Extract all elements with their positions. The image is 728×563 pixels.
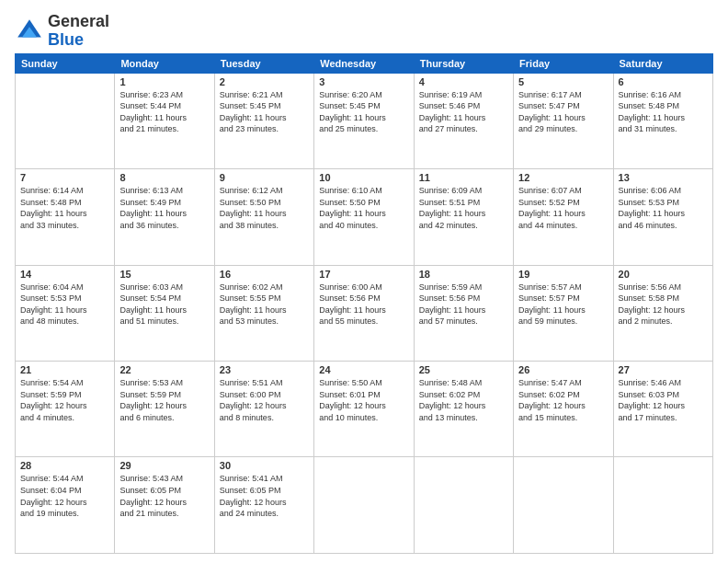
day-info: Sunrise: 6:04 AM Sunset: 5:53 PM Dayligh… bbox=[20, 282, 109, 327]
day-number: 20 bbox=[619, 269, 708, 280]
calendar-cell: 16Sunrise: 6:02 AM Sunset: 5:55 PM Dayli… bbox=[214, 265, 313, 361]
logo-icon bbox=[15, 17, 44, 46]
day-info: Sunrise: 6:09 AM Sunset: 5:51 PM Dayligh… bbox=[419, 185, 508, 231]
day-header-monday: Monday bbox=[115, 53, 214, 73]
day-number: 10 bbox=[319, 172, 408, 183]
calendar-cell: 18Sunrise: 5:59 AM Sunset: 5:56 PM Dayli… bbox=[414, 265, 513, 361]
day-info: Sunrise: 6:02 AM Sunset: 5:55 PM Dayligh… bbox=[220, 282, 309, 327]
day-info: Sunrise: 5:53 AM Sunset: 5:59 PM Dayligh… bbox=[119, 377, 209, 423]
day-header-sunday: Sunday bbox=[16, 53, 115, 73]
day-info: Sunrise: 5:46 AM Sunset: 6:03 PM Dayligh… bbox=[619, 377, 708, 423]
day-number: 14 bbox=[20, 269, 109, 280]
calendar-cell: 5Sunrise: 6:17 AM Sunset: 5:47 PM Daylig… bbox=[514, 73, 613, 168]
day-info: Sunrise: 5:50 AM Sunset: 6:01 PM Dayligh… bbox=[319, 377, 408, 423]
calendar-cell: 19Sunrise: 5:57 AM Sunset: 5:57 PM Dayli… bbox=[514, 265, 613, 361]
day-info: Sunrise: 5:56 AM Sunset: 5:58 PM Dayligh… bbox=[619, 282, 708, 327]
day-info: Sunrise: 6:03 AM Sunset: 5:54 PM Dayligh… bbox=[119, 282, 209, 327]
calendar-cell: 11Sunrise: 6:09 AM Sunset: 5:51 PM Dayli… bbox=[414, 169, 513, 265]
day-info: Sunrise: 6:12 AM Sunset: 5:50 PM Dayligh… bbox=[220, 185, 309, 231]
day-number: 24 bbox=[319, 364, 408, 375]
calendar-cell: 14Sunrise: 6:04 AM Sunset: 5:53 PM Dayli… bbox=[16, 265, 115, 361]
day-number: 30 bbox=[220, 460, 309, 471]
calendar-cell: 29Sunrise: 5:43 AM Sunset: 6:05 PM Dayli… bbox=[115, 457, 214, 554]
calendar-cell: 26Sunrise: 5:47 AM Sunset: 6:02 PM Dayli… bbox=[514, 362, 613, 457]
day-info: Sunrise: 6:06 AM Sunset: 5:53 PM Dayligh… bbox=[619, 185, 708, 231]
day-number: 23 bbox=[220, 364, 309, 375]
day-info: Sunrise: 6:07 AM Sunset: 5:52 PM Dayligh… bbox=[518, 185, 608, 231]
calendar-cell: 23Sunrise: 5:51 AM Sunset: 6:00 PM Dayli… bbox=[214, 362, 313, 457]
calendar-cell: 15Sunrise: 6:03 AM Sunset: 5:54 PM Dayli… bbox=[115, 265, 214, 361]
day-number: 13 bbox=[619, 172, 708, 183]
day-number: 5 bbox=[518, 76, 608, 87]
day-number: 8 bbox=[119, 172, 209, 183]
calendar-cell: 20Sunrise: 5:56 AM Sunset: 5:58 PM Dayli… bbox=[613, 265, 712, 361]
day-number: 25 bbox=[419, 364, 508, 375]
day-info: Sunrise: 6:16 AM Sunset: 5:48 PM Dayligh… bbox=[619, 89, 708, 135]
day-header-friday: Friday bbox=[514, 53, 613, 73]
day-number: 1 bbox=[119, 76, 209, 87]
calendar-cell bbox=[16, 73, 115, 168]
calendar: SundayMondayTuesdayWednesdayThursdayFrid… bbox=[15, 53, 713, 554]
calendar-cell: 17Sunrise: 6:00 AM Sunset: 5:56 PM Dayli… bbox=[314, 265, 414, 361]
day-number: 2 bbox=[220, 76, 309, 87]
day-number: 3 bbox=[319, 76, 408, 87]
calendar-week-5: 28Sunrise: 5:44 AM Sunset: 6:04 PM Dayli… bbox=[16, 457, 713, 554]
calendar-cell: 6Sunrise: 6:16 AM Sunset: 5:48 PM Daylig… bbox=[613, 73, 712, 168]
day-info: Sunrise: 5:43 AM Sunset: 6:05 PM Dayligh… bbox=[119, 473, 209, 519]
day-info: Sunrise: 5:48 AM Sunset: 6:02 PM Dayligh… bbox=[419, 377, 508, 423]
calendar-cell bbox=[414, 457, 513, 554]
calendar-cell: 7Sunrise: 6:14 AM Sunset: 5:48 PM Daylig… bbox=[16, 169, 115, 265]
calendar-cell: 10Sunrise: 6:10 AM Sunset: 5:50 PM Dayli… bbox=[314, 169, 414, 265]
day-number: 12 bbox=[518, 172, 608, 183]
calendar-cell bbox=[514, 457, 613, 554]
day-info: Sunrise: 6:21 AM Sunset: 5:45 PM Dayligh… bbox=[220, 89, 309, 135]
calendar-cell: 24Sunrise: 5:50 AM Sunset: 6:01 PM Dayli… bbox=[314, 362, 414, 457]
logo-general: General bbox=[48, 12, 109, 30]
day-info: Sunrise: 6:17 AM Sunset: 5:47 PM Dayligh… bbox=[518, 89, 608, 135]
calendar-cell: 27Sunrise: 5:46 AM Sunset: 6:03 PM Dayli… bbox=[613, 362, 712, 457]
day-number: 29 bbox=[119, 460, 209, 471]
calendar-cell bbox=[613, 457, 712, 554]
day-number: 15 bbox=[119, 269, 209, 280]
calendar-cell: 13Sunrise: 6:06 AM Sunset: 5:53 PM Dayli… bbox=[613, 169, 712, 265]
calendar-week-1: 1Sunrise: 6:23 AM Sunset: 5:44 PM Daylig… bbox=[16, 73, 713, 168]
calendar-cell: 9Sunrise: 6:12 AM Sunset: 5:50 PM Daylig… bbox=[214, 169, 313, 265]
day-number: 11 bbox=[419, 172, 508, 183]
logo-blue: Blue bbox=[48, 30, 84, 49]
calendar-cell: 1Sunrise: 6:23 AM Sunset: 5:44 PM Daylig… bbox=[115, 73, 214, 168]
calendar-cell bbox=[314, 457, 414, 554]
day-info: Sunrise: 5:44 AM Sunset: 6:04 PM Dayligh… bbox=[20, 473, 109, 519]
day-number: 7 bbox=[20, 172, 109, 183]
calendar-cell: 4Sunrise: 6:19 AM Sunset: 5:46 PM Daylig… bbox=[414, 73, 513, 168]
day-number: 18 bbox=[419, 269, 508, 280]
day-number: 28 bbox=[20, 460, 109, 471]
day-info: Sunrise: 5:47 AM Sunset: 6:02 PM Dayligh… bbox=[518, 377, 608, 423]
calendar-cell: 25Sunrise: 5:48 AM Sunset: 6:02 PM Dayli… bbox=[414, 362, 513, 457]
day-header-thursday: Thursday bbox=[414, 53, 513, 73]
day-header-saturday: Saturday bbox=[613, 53, 712, 73]
calendar-cell: 3Sunrise: 6:20 AM Sunset: 5:45 PM Daylig… bbox=[314, 73, 414, 168]
logo: General Blue bbox=[15, 13, 109, 50]
day-info: Sunrise: 5:41 AM Sunset: 6:05 PM Dayligh… bbox=[220, 473, 309, 519]
day-info: Sunrise: 5:57 AM Sunset: 5:57 PM Dayligh… bbox=[518, 282, 608, 327]
calendar-cell: 8Sunrise: 6:13 AM Sunset: 5:49 PM Daylig… bbox=[115, 169, 214, 265]
logo-text: General Blue bbox=[48, 13, 109, 50]
calendar-cell: 30Sunrise: 5:41 AM Sunset: 6:05 PM Dayli… bbox=[214, 457, 313, 554]
day-header-wednesday: Wednesday bbox=[314, 53, 414, 73]
day-info: Sunrise: 6:00 AM Sunset: 5:56 PM Dayligh… bbox=[319, 282, 408, 327]
calendar-cell: 21Sunrise: 5:54 AM Sunset: 5:59 PM Dayli… bbox=[16, 362, 115, 457]
day-number: 16 bbox=[220, 269, 309, 280]
day-number: 21 bbox=[20, 364, 109, 375]
day-number: 26 bbox=[518, 364, 608, 375]
calendar-cell: 28Sunrise: 5:44 AM Sunset: 6:04 PM Dayli… bbox=[16, 457, 115, 554]
day-number: 27 bbox=[619, 364, 708, 375]
day-info: Sunrise: 6:13 AM Sunset: 5:49 PM Dayligh… bbox=[119, 185, 209, 231]
day-info: Sunrise: 6:14 AM Sunset: 5:48 PM Dayligh… bbox=[20, 185, 109, 231]
day-number: 17 bbox=[319, 269, 408, 280]
header: General Blue bbox=[15, 9, 713, 50]
day-info: Sunrise: 5:59 AM Sunset: 5:56 PM Dayligh… bbox=[419, 282, 508, 327]
day-info: Sunrise: 6:19 AM Sunset: 5:46 PM Dayligh… bbox=[419, 89, 508, 135]
day-number: 6 bbox=[619, 76, 708, 87]
page: General Blue SundayMondayTuesdayWednesda… bbox=[0, 0, 728, 563]
calendar-cell: 2Sunrise: 6:21 AM Sunset: 5:45 PM Daylig… bbox=[214, 73, 313, 168]
